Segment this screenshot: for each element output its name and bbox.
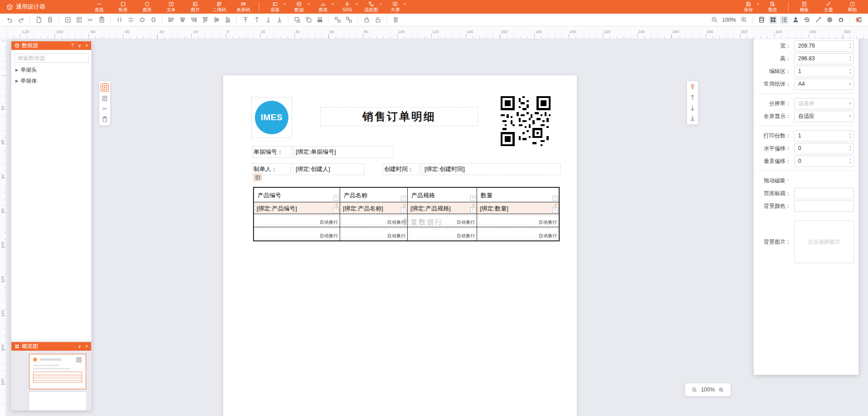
- send-back-icon[interactable]: [689, 115, 696, 122]
- created-label-element[interactable]: 创建时间：: [383, 163, 420, 175]
- height-input[interactable]: 296.83: [794, 53, 854, 64]
- cut-icon[interactable]: ✂: [86, 16, 94, 24]
- plugin-icon[interactable]: [837, 16, 845, 24]
- overview-page-1[interactable]: [29, 354, 86, 389]
- tool-rect[interactable]: 矩形: [111, 0, 135, 14]
- table-settings-icon[interactable]: [253, 173, 262, 181]
- tool-svg[interactable]: ∨SVG: [335, 0, 359, 14]
- table-header-cell[interactable]: 数量T: [477, 188, 559, 202]
- template-button[interactable]: 模板: [792, 0, 816, 14]
- text-tool-icon[interactable]: T: [552, 207, 558, 213]
- bring-front-icon[interactable]: [689, 83, 696, 91]
- table-header-cell[interactable]: 产品名称T: [340, 188, 408, 202]
- zoom-out-icon[interactable]: [710, 16, 718, 24]
- outline-toggle-icon[interactable]: [780, 16, 788, 24]
- move-down-icon[interactable]: [689, 104, 696, 112]
- text-tool-icon[interactable]: T: [552, 196, 558, 201]
- text-tool-icon[interactable]: T: [401, 196, 406, 201]
- layers-icon[interactable]: [316, 16, 324, 24]
- stepper-icons[interactable]: ▲▼: [849, 68, 852, 75]
- align-right-icon[interactable]: [190, 16, 198, 24]
- ungroup-icon[interactable]: [345, 16, 353, 24]
- document-page[interactable]: IMES 销售订单明细 单据编号： [绑定:单据编号] 制单人： [绑定:创建人…: [223, 75, 577, 416]
- stepper-icons[interactable]: ▲▼: [849, 132, 852, 139]
- doc-no-label-element[interactable]: 单据编号：: [252, 146, 291, 158]
- align-middle-icon[interactable]: [212, 16, 220, 24]
- tool-line[interactable]: 直线: [87, 0, 111, 14]
- expand-caret-icon[interactable]: ▶: [15, 68, 18, 72]
- table-binding-cell[interactable]: [绑定:产品编号]T: [254, 202, 340, 214]
- tool-container[interactable]: ∨容器: [263, 0, 287, 14]
- text-tool-icon[interactable]: T: [470, 196, 476, 201]
- tool-text[interactable]: 文本: [159, 0, 183, 14]
- bg-color-input[interactable]: [794, 201, 854, 212]
- group-icon[interactable]: [333, 16, 341, 24]
- stepper-icons[interactable]: ▲▼: [849, 42, 852, 49]
- offset-y-input[interactable]: 0: [794, 156, 854, 167]
- tree-item-doc-header[interactable]: ▶单据头: [15, 66, 87, 74]
- help-button[interactable]: 帮助: [840, 0, 864, 14]
- edit-area-input[interactable]: 1: [794, 66, 854, 77]
- text-tool-icon[interactable]: T: [470, 207, 476, 213]
- table-autowrap-cell[interactable]: 自动换行: [408, 214, 477, 227]
- cut-icon[interactable]: ✂: [101, 105, 108, 113]
- paper-select[interactable]: A4: [794, 78, 854, 90]
- help-icon[interactable]: ?: [71, 43, 74, 48]
- doc-no-binding-element[interactable]: [绑定:单据编号]: [293, 146, 394, 158]
- table-header-cell[interactable]: 产品编号T: [254, 188, 340, 202]
- move-down-icon[interactable]: [264, 16, 272, 24]
- send-back-icon[interactable]: [275, 16, 283, 24]
- text-tool-icon[interactable]: T: [333, 196, 339, 201]
- tool-chart[interactable]: ∨图表: [311, 0, 335, 14]
- delete-binding-icon[interactable]: [402, 203, 406, 207]
- align-left-icon[interactable]: [167, 16, 175, 24]
- tool-qrcode[interactable]: 二维码: [207, 0, 231, 14]
- datasource-search-input[interactable]: [15, 54, 89, 63]
- table-autowrap-cell[interactable]: 自动换行: [340, 227, 408, 240]
- widgets-toggle-icon[interactable]: [769, 16, 777, 24]
- table-autowrap-cell[interactable]: 自动换行: [254, 227, 340, 240]
- text-tool-icon[interactable]: T: [401, 207, 406, 213]
- table-autowrap-cell[interactable]: 自动换行: [340, 214, 408, 227]
- stepper-icons[interactable]: ▲▼: [849, 55, 852, 62]
- tool-image[interactable]: 图片: [183, 0, 207, 14]
- overview-thumbnail-area[interactable]: [11, 351, 91, 410]
- move-up-icon[interactable]: [689, 94, 696, 101]
- qr-code[interactable]: [501, 96, 551, 146]
- tool-circle[interactable]: 圆形: [135, 0, 159, 14]
- center-h-icon[interactable]: [138, 16, 146, 24]
- text-tool-icon[interactable]: T: [333, 207, 339, 213]
- design-canvas[interactable]: IMES 销售订单明细 单据编号： [绑定:单据编号] 制单人： [绑定:创建人…: [6, 39, 868, 416]
- undo-icon[interactable]: [5, 16, 14, 24]
- delete-binding-icon[interactable]: [554, 203, 558, 207]
- tool-flow[interactable]: ∨流程图: [359, 0, 383, 14]
- overview-panel-header[interactable]: 概览图 ∨×: [11, 342, 91, 351]
- table-header-cell[interactable]: 产品规格T: [408, 188, 477, 202]
- copy-icon[interactable]: [293, 16, 301, 24]
- clear-icon[interactable]: [46, 16, 54, 24]
- unlock-icon[interactable]: [374, 16, 382, 24]
- collapse-icon[interactable]: ∨: [78, 43, 81, 48]
- paste-icon[interactable]: [98, 16, 106, 24]
- table-autowrap-cell[interactable]: 自动换行: [254, 214, 340, 227]
- bring-front-icon[interactable]: [241, 16, 249, 24]
- save-button[interactable]: ∨保存: [736, 0, 761, 14]
- table-autowrap-cell[interactable]: 自动换行: [408, 227, 477, 240]
- zoom-in-icon[interactable]: [718, 387, 724, 393]
- add-element-icon[interactable]: [101, 83, 109, 92]
- align-top-icon[interactable]: [201, 16, 209, 24]
- table-autowrap-cell[interactable]: 自动换行: [477, 214, 559, 227]
- new-page-icon[interactable]: [34, 16, 43, 24]
- table-binding-cell[interactable]: [绑定:产品名称]T: [340, 202, 408, 214]
- creator-binding-element[interactable]: [绑定:创建人]: [293, 163, 365, 175]
- move-up-icon[interactable]: [253, 16, 261, 24]
- delete-binding-icon[interactable]: [472, 203, 476, 207]
- stepper-icons[interactable]: ▲▼: [849, 145, 852, 152]
- table-autowrap-cell[interactable]: 自动换行: [477, 227, 559, 240]
- fullscreen-select[interactable]: 自适应: [794, 111, 854, 122]
- expand-caret-icon[interactable]: ▶: [15, 79, 18, 83]
- print-copies-input[interactable]: 1: [794, 130, 854, 142]
- table-binding-cell[interactable]: [绑定:产品规格]T: [408, 202, 477, 214]
- tool-data[interactable]: ∨数据: [287, 0, 311, 14]
- datasource-panel-header[interactable]: 数据源 ?∨×: [11, 41, 91, 50]
